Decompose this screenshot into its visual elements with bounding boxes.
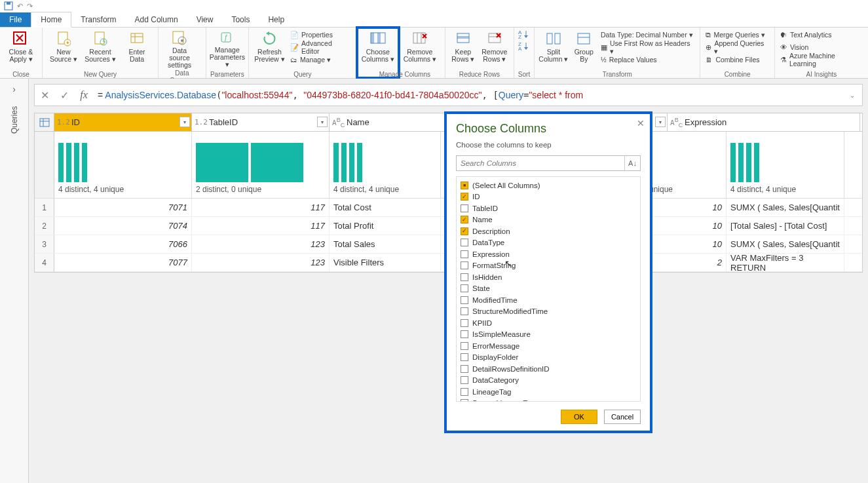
text-analytics-button[interactable]: 🗣Text Analytics: [779, 29, 864, 41]
column-checkbox[interactable]: [461, 342, 468, 350]
manage-button[interactable]: 🗂Manage ▾: [289, 54, 352, 66]
filter-dropdown-icon[interactable]: ▾: [179, 117, 190, 127]
recent-sources-button[interactable]: Recent Sources ▾: [83, 29, 117, 68]
cell-name[interactable]: Visible Filters: [330, 254, 441, 271]
commit-formula-button[interactable]: ✓: [54, 85, 74, 106]
enter-data-button[interactable]: Enter Data: [120, 29, 154, 68]
tab-transform[interactable]: Transform: [71, 12, 125, 27]
recent-sources-icon: [90, 30, 110, 47]
cell-tableid[interactable]: 117: [192, 217, 330, 235]
search-columns-input[interactable]: [457, 156, 624, 170]
refresh-icon: [259, 30, 279, 47]
tab-home[interactable]: Home: [31, 12, 71, 28]
column-header-tableid[interactable]: 1.2TableID▾: [192, 113, 330, 131]
number-type-icon: 1.2: [57, 118, 71, 126]
column-checkbox[interactable]: [461, 307, 468, 315]
advanced-editor-button[interactable]: 📝Advanced Editor: [289, 41, 352, 53]
cell-name[interactable]: Total Cost: [330, 199, 441, 216]
remove-rows-button[interactable]: Remove Rows ▾: [480, 29, 510, 68]
choose-columns-button[interactable]: Choose Columns ▾: [361, 29, 395, 68]
cell-id[interactable]: 7077: [54, 254, 192, 271]
replace-values-button[interactable]: ½Replace Values: [599, 54, 696, 66]
ok-button[interactable]: OK: [561, 410, 597, 424]
svg-rect-30: [457, 36, 469, 39]
row-number: 3: [35, 235, 54, 253]
tab-tools[interactable]: Tools: [222, 12, 259, 27]
formula-expand-button[interactable]: ⌄: [842, 85, 862, 106]
tab-view[interactable]: View: [187, 12, 223, 27]
select-all-checkbox[interactable]: [461, 182, 468, 189]
group-parameters: Parameters: [210, 69, 244, 78]
undo-icon[interactable]: ↶: [17, 2, 23, 10]
combine-files-button[interactable]: 🗎Combine Files: [704, 54, 770, 66]
azure-ml-button[interactable]: ⚗Azure Machine Learning: [779, 54, 864, 66]
first-row-headers-button[interactable]: ▦Use First Row as Headers ▾: [599, 41, 696, 53]
cell-id[interactable]: 7071: [54, 199, 192, 216]
keep-rows-button[interactable]: Keep Rows ▾: [449, 29, 477, 68]
column-checkbox[interactable]: [461, 284, 468, 292]
group-by-button[interactable]: Group By: [571, 29, 597, 68]
column-checkbox[interactable]: [461, 365, 468, 373]
tab-file[interactable]: File: [0, 12, 31, 27]
column-checkbox[interactable]: [461, 388, 468, 396]
ribbon-tabs: File Home Transform Add Column View Tool…: [0, 12, 868, 28]
cell-expression[interactable]: VAR MaxFilters = 3 RETURN: [726, 254, 844, 271]
column-checkbox[interactable]: [461, 227, 468, 235]
filter-dropdown-icon[interactable]: ▾: [317, 117, 328, 127]
new-source-button[interactable]: ✦New Source ▾: [47, 29, 81, 68]
number-type-icon: 1.2: [195, 118, 209, 126]
column-checkbox[interactable]: [461, 239, 468, 246]
column-checkbox[interactable]: [461, 399, 468, 402]
column-checkbox[interactable]: [461, 376, 468, 384]
column-checkbox[interactable]: [461, 204, 468, 212]
table-corner[interactable]: [35, 113, 54, 131]
cell-expression[interactable]: SUMX ( Sales, Sales[Quantit: [726, 235, 844, 253]
data-source-settings-button[interactable]: Data source settings: [162, 29, 197, 68]
save-icon[interactable]: [4, 1, 13, 10]
cell-id[interactable]: 7074: [54, 217, 192, 235]
cell-name[interactable]: Total Sales: [330, 235, 441, 253]
sort-desc-button[interactable]: ZA: [518, 41, 530, 51]
column-checkbox[interactable]: [461, 353, 468, 361]
close-icon[interactable]: ✕: [637, 118, 645, 128]
column-checkbox[interactable]: [461, 261, 468, 269]
close-apply-button[interactable]: Close & Apply ▾: [4, 29, 38, 68]
queries-pane[interactable]: › Queries: [0, 79, 29, 483]
manage-parameters-button[interactable]: ƒManage Parameters ▾: [210, 29, 244, 68]
column-checkbox[interactable]: [461, 296, 468, 304]
fx-button[interactable]: fx: [74, 85, 94, 106]
append-queries-button[interactable]: ⊕Append Queries ▾: [704, 41, 770, 53]
filter-dropdown-icon[interactable]: ▾: [655, 117, 666, 127]
split-column-button[interactable]: Split Column ▾: [538, 29, 568, 68]
redo-icon[interactable]: ↷: [27, 2, 33, 10]
cell-expression[interactable]: [Total Sales] - [Total Cost]: [726, 217, 844, 235]
column-checkbox[interactable]: [461, 273, 468, 281]
remove-columns-button[interactable]: Remove Columns ▾: [403, 29, 437, 68]
column-option-label: FormatString: [472, 261, 516, 269]
cell-name[interactable]: Total Profit: [330, 217, 441, 235]
column-checkbox[interactable]: [461, 193, 468, 201]
refresh-preview-button[interactable]: Refresh Preview ▾: [253, 29, 286, 68]
column-header-id[interactable]: 1.2ID▾: [54, 113, 192, 131]
tab-addcolumn[interactable]: Add Column: [126, 12, 187, 27]
tab-help[interactable]: Help: [259, 12, 293, 27]
sort-asc-button[interactable]: AZ: [518, 29, 530, 39]
formula-input[interactable]: = AnalysisServices.Database("localhost:5…: [94, 90, 842, 100]
cell-tableid[interactable]: 123: [192, 235, 330, 253]
cell-tableid[interactable]: 123: [192, 254, 330, 271]
column-checkbox[interactable]: [461, 319, 468, 327]
expand-icon[interactable]: ›: [12, 84, 16, 94]
sort-columns-button[interactable]: A↓: [624, 156, 640, 170]
cell-expression[interactable]: SUMX ( Sales, Sales[Quantit: [726, 199, 844, 216]
column-checkbox[interactable]: [461, 216, 468, 223]
dialog-title: Choose Columns: [456, 122, 641, 136]
column-checkbox[interactable]: [461, 330, 468, 338]
column-option-label: IsHidden: [472, 273, 502, 281]
cancel-formula-button[interactable]: ✕: [35, 85, 54, 106]
cell-tableid[interactable]: 117: [192, 199, 330, 216]
column-header-expression[interactable]: ABCExpression: [668, 113, 860, 131]
cell-id[interactable]: 7066: [54, 235, 192, 253]
column-checkbox[interactable]: [461, 250, 468, 258]
cancel-button[interactable]: Cancel: [604, 410, 641, 424]
svg-rect-44: [555, 33, 560, 44]
